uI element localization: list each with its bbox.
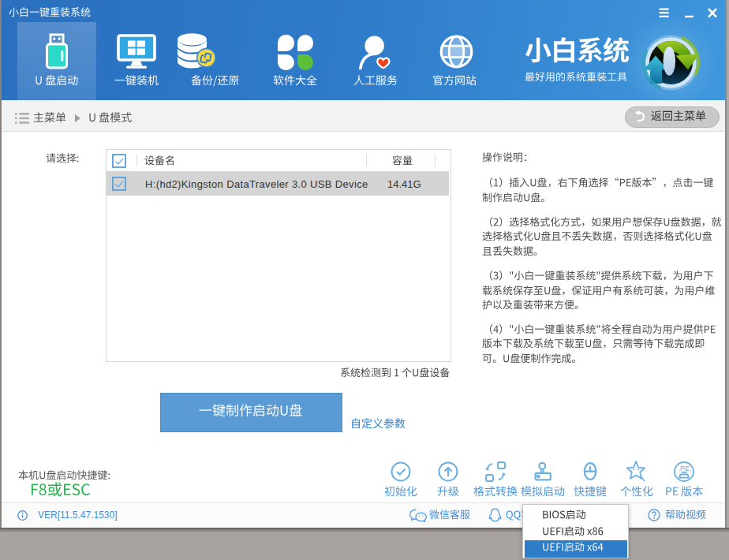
svg-text:.PE.: .PE. [679,465,692,472]
